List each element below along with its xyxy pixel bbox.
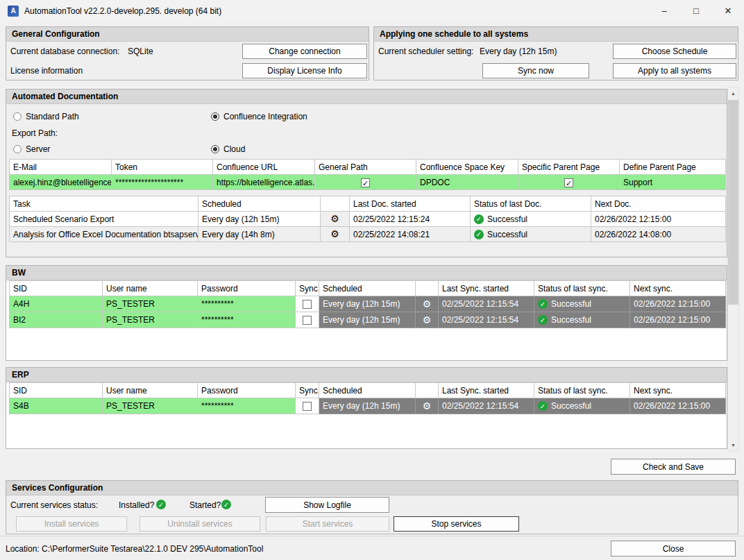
radio-cloud[interactable]: Cloud	[211, 144, 245, 154]
col-gear	[321, 196, 350, 212]
display-license-info-button[interactable]: Display License Info	[242, 63, 367, 78]
cell-sid[interactable]: BI2	[10, 312, 103, 328]
sync-checkbox[interactable]	[303, 316, 312, 325]
schedule-gear-icon[interactable]: ⚙	[423, 400, 432, 411]
close-button[interactable]: Close	[611, 541, 736, 557]
cell-sync	[296, 312, 319, 328]
bw-row: BI2 PS_TESTER ********** Every day (12h …	[10, 312, 726, 328]
schedule-gear-icon[interactable]: ⚙	[330, 228, 339, 239]
task-row: Scheduled Scenario Export Every day (12h…	[10, 212, 726, 227]
radio-standard-path-label: Standard Path	[26, 112, 79, 121]
cell-confluence-url[interactable]: https://bluetelligence.atlas...	[213, 175, 315, 190]
cell-password[interactable]: **********	[198, 296, 296, 312]
scheduler-setting-label: Current scheduler setting:	[378, 46, 473, 56]
bw-section-title: BW	[6, 266, 727, 280]
stop-services-button[interactable]: Stop services	[394, 516, 519, 532]
sync-checkbox[interactable]	[303, 300, 312, 309]
vertical-scrollbar[interactable]: ▲ ▼	[727, 87, 739, 451]
col-password: Password	[198, 383, 296, 398]
cell-user[interactable]: PS_TESTER	[103, 296, 198, 312]
col-sync: Sync.	[296, 281, 319, 296]
task-row: Analysis for Office Excel Documentation …	[10, 227, 726, 242]
minimize-button[interactable]: –	[648, 0, 680, 22]
cell-sid[interactable]: A4H	[10, 296, 103, 312]
col-status-last-doc: Status of last Doc.	[471, 196, 591, 212]
cell-last-sync: 02/25/2022 12:15:54	[439, 398, 534, 414]
cell-email[interactable]: alexej.hinz@bluetelligence...	[10, 175, 112, 190]
col-user-name: User name	[103, 281, 198, 296]
status-text: Successful	[551, 299, 591, 309]
erp-section-title: ERP	[6, 368, 727, 382]
cell-define-parent[interactable]: Support	[620, 175, 726, 190]
sync-checkbox[interactable]	[303, 402, 312, 411]
general-configuration-body: Current database connection: SQLite Chan…	[6, 42, 369, 80]
start-services-button: Start services	[266, 516, 389, 532]
erp-section: ERP SID User name Password Sync. Schedul…	[6, 367, 727, 449]
cell-scheduled: Every day (12h 15m)	[198, 212, 321, 227]
col-gear	[416, 281, 439, 296]
col-status-last-sync: Status of last sync.	[534, 281, 630, 296]
maximize-button[interactable]: □	[680, 0, 712, 22]
radio-server[interactable]: Server	[13, 144, 50, 154]
success-check-icon: ✓	[538, 315, 548, 325]
cell-status: ✓Successful	[534, 398, 630, 414]
radio-confluence-integration[interactable]: Confluence Integration	[211, 112, 307, 121]
bw-row: A4H PS_TESTER ********** Every day (12h …	[10, 296, 726, 312]
specific-parent-checkbox[interactable]: ✓	[564, 178, 573, 187]
cell-token[interactable]: *********************	[112, 175, 213, 190]
close-window-button[interactable]: ✕	[712, 0, 744, 22]
apply-to-all-systems-button[interactable]: Apply to all systems	[613, 63, 736, 78]
col-sid: SID	[10, 281, 103, 296]
col-last-sync-started: Last Sync. started	[439, 281, 534, 296]
cell-gear: ⚙	[321, 212, 350, 227]
cell-scheduled: Every day (12h 15m)	[319, 398, 416, 414]
automated-documentation-title: Automated Documentation	[6, 90, 727, 104]
col-last-sync-started: Last Sync. started	[439, 383, 534, 398]
check-and-save-button[interactable]: Check and Save	[611, 459, 736, 475]
schedule-gear-icon[interactable]: ⚙	[423, 298, 432, 309]
col-token: Token	[112, 160, 213, 175]
col-scheduled: Scheduled	[319, 383, 416, 398]
cell-space-key[interactable]: DPDOC	[416, 175, 518, 190]
radio-standard-path-icon	[13, 112, 22, 121]
cell-password[interactable]: **********	[198, 398, 296, 414]
col-scheduled: Scheduled	[319, 281, 416, 296]
change-connection-button[interactable]: Change connection	[242, 44, 367, 59]
col-sid: SID	[10, 383, 103, 398]
cell-next-doc: 02/26/2022 12:15:00	[591, 212, 726, 227]
scroll-up-icon[interactable]: ▲	[728, 87, 738, 99]
show-logfile-button[interactable]: Show Logfile	[265, 497, 389, 513]
scrollbar-thumb[interactable]	[728, 100, 738, 305]
col-next-sync: Next sync.	[630, 383, 726, 398]
scheduler-setting-value: Every day (12h 15m)	[480, 46, 557, 56]
col-password: Password	[198, 281, 296, 296]
choose-schedule-button[interactable]: Choose Schedule	[613, 44, 736, 59]
col-space-key: Confluence Space Key	[416, 160, 518, 175]
radio-standard-path[interactable]: Standard Path	[13, 112, 79, 121]
doc-task-table: Task Scheduled Last Doc. started Status …	[9, 196, 726, 242]
cell-user[interactable]: PS_TESTER	[103, 312, 198, 328]
cell-scheduled: Every day (14h 8m)	[198, 227, 321, 242]
cell-user[interactable]: PS_TESTER	[103, 398, 198, 414]
col-sync: Sync.	[296, 383, 319, 398]
installed-label: Installed?	[119, 500, 154, 510]
schedule-gear-icon[interactable]: ⚙	[330, 213, 339, 224]
status-text: Successful	[551, 401, 591, 411]
cell-last-doc-started: 02/25/2022 12:15:24	[350, 212, 471, 227]
uninstall-services-button: Uninstall services	[140, 516, 260, 532]
general-configuration-group: General Configuration Current database c…	[6, 26, 369, 80]
sync-now-button[interactable]: Sync now	[482, 63, 589, 78]
col-scheduled: Scheduled	[198, 196, 321, 212]
schedule-gear-icon[interactable]: ⚙	[423, 314, 432, 325]
success-check-icon: ✓	[538, 401, 548, 411]
cell-sid[interactable]: S4B	[10, 398, 103, 414]
general-path-checkbox[interactable]: ✓	[361, 178, 370, 187]
cell-password[interactable]: **********	[198, 312, 296, 328]
installed-check-icon: ✓	[156, 500, 166, 509]
cell-status: ✓Successful	[534, 296, 630, 312]
status-text: Successful	[551, 315, 591, 325]
scroll-down-icon[interactable]: ▼	[728, 439, 738, 450]
erp-header-row: SID User name Password Sync. Scheduled L…	[10, 383, 726, 398]
apply-schedule-body: Current scheduler setting: Every day (12…	[374, 42, 738, 80]
col-next-sync: Next sync.	[630, 281, 726, 296]
